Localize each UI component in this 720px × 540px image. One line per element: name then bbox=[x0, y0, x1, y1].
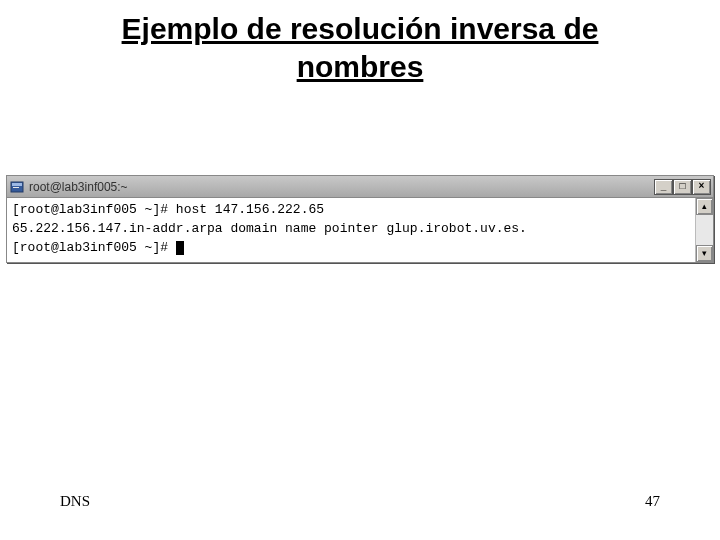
slide-title: Ejemplo de resolución inversa de nombres bbox=[0, 0, 720, 85]
terminal-body: [root@lab3inf005 ~]# host 147.156.222.65… bbox=[7, 198, 713, 262]
minimize-button[interactable]: _ bbox=[654, 179, 673, 195]
svg-rect-1 bbox=[12, 183, 22, 186]
terminal-line: [root@lab3inf005 ~]# host 147.156.222.65 bbox=[12, 202, 324, 217]
terminal-window: root@lab3inf005:~ _ □ × [root@lab3inf005… bbox=[6, 175, 714, 263]
scroll-up-icon[interactable]: ▴ bbox=[696, 198, 713, 215]
svg-rect-2 bbox=[13, 187, 19, 188]
page-number: 47 bbox=[645, 493, 660, 510]
slide-footer: DNS 47 bbox=[0, 493, 720, 510]
terminal-output[interactable]: [root@lab3inf005 ~]# host 147.156.222.65… bbox=[7, 198, 695, 262]
terminal-line: [root@lab3inf005 ~]# bbox=[12, 240, 176, 255]
scroll-track[interactable] bbox=[696, 215, 713, 245]
maximize-button[interactable]: □ bbox=[673, 179, 692, 195]
cursor-icon bbox=[176, 241, 184, 255]
window-controls: _ □ × bbox=[654, 179, 711, 195]
window-title: root@lab3inf005:~ bbox=[29, 180, 654, 194]
footer-left: DNS bbox=[60, 493, 90, 510]
app-icon bbox=[9, 179, 25, 195]
window-titlebar[interactable]: root@lab3inf005:~ _ □ × bbox=[7, 176, 713, 198]
terminal-line: 65.222.156.147.in-addr.arpa domain name … bbox=[12, 221, 527, 236]
close-button[interactable]: × bbox=[692, 179, 711, 195]
scroll-down-icon[interactable]: ▾ bbox=[696, 245, 713, 262]
vertical-scrollbar[interactable]: ▴ ▾ bbox=[695, 198, 713, 262]
